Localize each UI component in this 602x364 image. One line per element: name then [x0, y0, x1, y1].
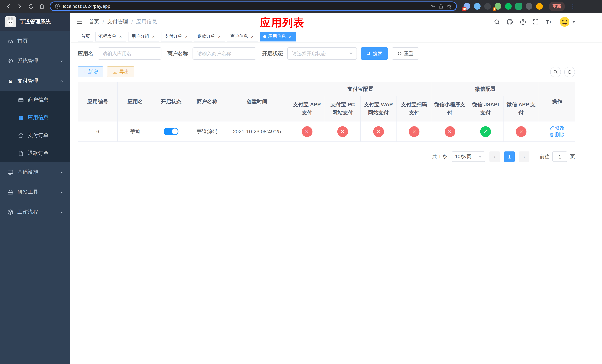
reload-icon[interactable] [26, 1, 35, 11]
blue-drop-extension-icon[interactable] [474, 3, 481, 10]
status-select[interactable]: 请选择开启状态 [287, 47, 357, 60]
add-button[interactable]: + 新增 [78, 66, 103, 77]
next-page-button[interactable]: › [519, 151, 529, 162]
close-icon[interactable]: × [250, 34, 255, 39]
merchant-name-label: 商户名称 [167, 50, 188, 57]
fullscreen-icon[interactable] [532, 18, 540, 26]
tab-pay-orders[interactable]: 支付订单× [161, 32, 192, 41]
search-form: 应用名 商户名称 开启状态 请选择开启状态 搜索 [78, 47, 595, 60]
plus-icon: + [83, 69, 86, 75]
page-size-select[interactable]: 10条/页 [452, 151, 485, 162]
dark-extension-icon[interactable] [484, 3, 491, 10]
page-title: 应用列表 [260, 16, 304, 30]
sidebar-item-refund-orders[interactable]: 退款订单 [0, 144, 70, 162]
navbar-actions: TT [493, 16, 575, 27]
forward-icon[interactable] [15, 1, 24, 11]
col-wechat-jsapi: 微信 JSAPI 支付 [468, 96, 503, 121]
extensions-puzzle-icon[interactable]: 10 [463, 3, 470, 10]
chevron-down-icon [60, 190, 64, 194]
reset-button[interactable]: 重置 [392, 47, 419, 60]
breadcrumb: 首页 / 支付管理 / 应用信息 [89, 19, 157, 25]
enabled-toggle[interactable] [164, 128, 178, 135]
sidebar-item-payment[interactable]: ¥ 支付管理 [0, 71, 70, 91]
sidebar-item-infrastructure[interactable]: 基础设施 [0, 162, 70, 182]
tab-label: 商户信息 [230, 33, 248, 40]
alipay-scan-status-icon: ✕ [409, 126, 419, 137]
tab-user-group[interactable]: 用户分组× [128, 32, 159, 41]
breadcrumb-home[interactable]: 首页 [89, 19, 99, 25]
close-icon[interactable]: × [151, 34, 156, 39]
prev-page-button[interactable]: ‹ [489, 151, 500, 162]
delete-button[interactable]: 删除 [549, 131, 565, 138]
tags-view-bar: 首页 流程表单× 用户分组× 支付订单× 退款订单× 商户信息× 应用信息× [70, 31, 602, 42]
site-info-icon[interactable] [55, 4, 60, 9]
close-icon[interactable]: × [288, 34, 292, 39]
page-number-button[interactable]: 1 [504, 151, 515, 162]
tab-refund-orders[interactable]: 退款订单× [194, 32, 225, 41]
tab-merchant-info[interactable]: 商户信息× [227, 32, 258, 41]
search-icon[interactable] [493, 18, 501, 26]
address-bar[interactable]: localhost:1024/pay/app [50, 1, 457, 11]
sidebar-item-app-info[interactable]: 应用信息 [0, 109, 70, 127]
breadcrumb-current: 应用信息 [136, 19, 157, 25]
share-icon[interactable] [438, 4, 443, 9]
github-icon[interactable] [506, 18, 514, 26]
tab-home[interactable]: 首页 [78, 32, 93, 41]
total-count: 共 1 条 [432, 153, 447, 160]
breadcrumb-separator: / [131, 19, 133, 25]
bookmark-star-icon[interactable] [447, 4, 452, 9]
merchant-name-input[interactable] [193, 47, 256, 60]
app-name-input[interactable] [98, 47, 161, 60]
cell-wechat-jsapi: ✓ [468, 121, 503, 142]
browser-menu-icon[interactable]: ⋮ [570, 3, 576, 10]
sidebar-item-workflow[interactable]: 工作流程 [0, 202, 70, 222]
col-merchant: 商户名称 [189, 82, 225, 121]
search-button[interactable]: 搜索 [361, 47, 388, 60]
col-actions: 操作 [539, 82, 575, 121]
sidebar-item-label: 工作流程 [17, 209, 38, 215]
pin-extension-icon[interactable] [526, 3, 532, 10]
close-icon[interactable]: × [118, 34, 123, 39]
user-menu[interactable] [559, 16, 575, 27]
page-content: 应用名 商户名称 开启状态 请选择开启状态 搜索 [70, 42, 602, 364]
browser-toolbar: localhost:1024/pay/app 10 1 [0, 0, 602, 13]
notes-extension-icon[interactable] [515, 3, 522, 10]
hamburger-icon[interactable] [76, 19, 83, 25]
apps-table: 应用编号 应用名 开启状态 商户名称 创建时间 支付宝配置 微信配置 操作 支付… [78, 82, 575, 142]
dashboard-icon [7, 38, 13, 44]
password-key-icon[interactable] [430, 4, 435, 9]
toggle-search-button[interactable] [550, 66, 561, 77]
pagination: 共 1 条 10条/页 ‹ 1 › 前往 页 [78, 151, 575, 162]
sidebar-item-system[interactable]: 系统管理 [0, 51, 70, 71]
browser-update-button[interactable]: 更新 [549, 2, 565, 11]
export-button[interactable]: 导出 [107, 66, 134, 77]
tab-app-info[interactable]: 应用信息× [260, 32, 296, 41]
sidebar-logo[interactable]: 芋道管理系统 [0, 13, 70, 31]
breadcrumb-payment[interactable]: 支付管理 [107, 19, 128, 25]
export-button-label: 导出 [119, 68, 129, 75]
url-text[interactable]: localhost:1024/pay/app [63, 4, 427, 9]
close-icon[interactable]: × [217, 34, 222, 39]
col-app-name: 应用名 [118, 82, 153, 121]
edit-button[interactable]: 修改 [549, 125, 565, 131]
col-alipay-wap: 支付宝 WAP 网站支付 [360, 96, 396, 121]
close-icon[interactable]: × [184, 34, 189, 39]
tab-label: 支付订单 [164, 33, 182, 40]
refresh-button[interactable] [564, 66, 575, 77]
goto-page-input[interactable] [552, 151, 567, 162]
home-icon[interactable] [37, 1, 47, 11]
sidebar-item-pay-orders[interactable]: 支付订单 [0, 127, 70, 144]
sidebar-item-dev-tools[interactable]: 研发工具 [0, 182, 70, 202]
profile-extension-icon[interactable] [536, 3, 543, 10]
back-icon[interactable] [4, 1, 13, 11]
wechat-extension-icon[interactable] [505, 3, 512, 10]
sidebar-item-home[interactable]: 首页 [0, 31, 70, 51]
chevron-down-icon [572, 21, 575, 23]
goto-page: 前往 页 [540, 151, 575, 162]
font-size-icon[interactable]: TT [545, 18, 553, 26]
help-icon[interactable] [519, 18, 527, 26]
green-leaf-extension-icon[interactable]: 1 [495, 3, 501, 10]
tab-process-form[interactable]: 流程表单× [95, 32, 126, 41]
sidebar-item-merchant-info[interactable]: 商户信息 [0, 91, 70, 109]
sidebar-item-label: 商户信息 [28, 97, 49, 103]
